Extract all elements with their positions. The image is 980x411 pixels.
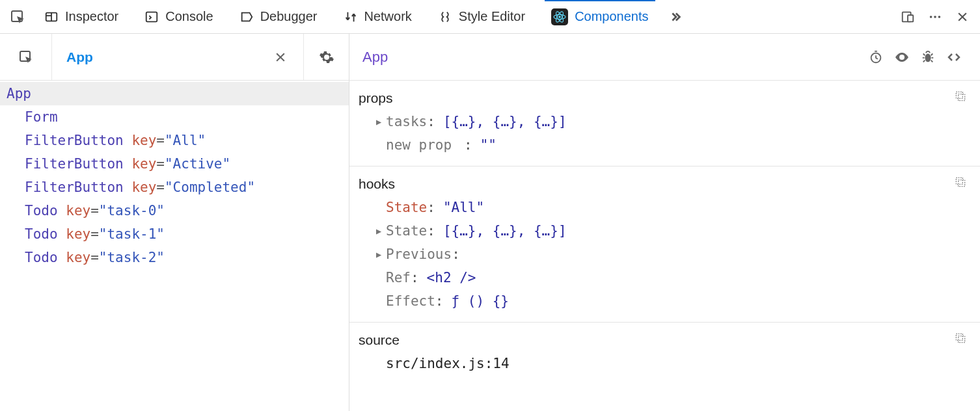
copy-hooks-icon[interactable] xyxy=(954,176,967,192)
hooks-section: hooks ▸ State: "All" ▸ State: [{…}, {…},… xyxy=(349,166,980,323)
attr-value: "Active" xyxy=(165,156,230,172)
kebab-menu-icon[interactable] xyxy=(923,5,947,29)
equals-sign: = xyxy=(156,156,165,172)
component-tree-pane: App AppFormFilterButton key="All"FilterB… xyxy=(0,34,349,411)
hook-key: Effect xyxy=(386,289,435,313)
hook-ref-row[interactable]: ▸ Ref: <h2 /> xyxy=(349,266,980,289)
component-name: Todo xyxy=(25,203,58,219)
tree-search-value: App xyxy=(66,49,93,64)
attr-key: key xyxy=(131,133,156,148)
caret-right-icon[interactable]: ▸ xyxy=(372,219,386,243)
inspect-dom-icon[interactable] xyxy=(889,44,915,70)
tab-debugger-label: Debugger xyxy=(260,9,318,24)
hook-value: <h2 /> xyxy=(427,266,476,289)
hook-effect-row[interactable]: ▸ Effect: ƒ () {} xyxy=(349,289,980,313)
new-prop-row[interactable]: ▸ : "" xyxy=(349,133,980,157)
equals-sign: = xyxy=(90,226,99,242)
hook-key: State xyxy=(386,196,427,219)
tree-toolbar: App xyxy=(0,34,349,81)
new-prop-input[interactable] xyxy=(386,133,464,157)
component-name: Form xyxy=(25,109,58,125)
svg-rect-23 xyxy=(956,178,962,184)
responsive-mode-icon[interactable] xyxy=(895,5,920,29)
prop-value: [{…}, {…}, {…}] xyxy=(443,110,567,133)
tree-node[interactable]: FilterButton key="Completed" xyxy=(0,176,349,199)
component-name: FilterButton xyxy=(25,179,124,195)
hook-state2-row[interactable]: ▸ State: [{…}, {…}, {…}] xyxy=(349,219,980,243)
tab-components[interactable]: Components xyxy=(539,0,660,33)
overflow-tabs-icon[interactable] xyxy=(663,5,688,29)
attr-value: "task-2" xyxy=(99,250,165,265)
svg-point-12 xyxy=(934,16,936,18)
tree-search-input[interactable]: App xyxy=(52,49,258,65)
prop-key: tasks xyxy=(386,110,427,133)
attr-key: key xyxy=(66,203,90,219)
svg-rect-21 xyxy=(956,92,962,98)
hooks-label: hooks xyxy=(359,176,395,192)
react-logo-icon xyxy=(551,8,568,25)
tree-node[interactable]: Todo key="task-2" xyxy=(0,246,349,269)
component-details-pane: App props xyxy=(349,34,980,411)
props-section: props ▸ tasks: [{…}, {…}, {…}] ▸ : "" xyxy=(349,81,980,166)
attr-key: key xyxy=(131,156,156,172)
hook-value: ƒ () {} xyxy=(452,289,510,313)
tree-node[interactable]: Todo key="task-1" xyxy=(0,222,349,246)
svg-rect-22 xyxy=(959,94,965,101)
tree-node[interactable]: App xyxy=(0,82,349,105)
element-picker-icon[interactable] xyxy=(0,34,52,80)
clear-search-icon[interactable] xyxy=(258,34,303,80)
tab-console[interactable]: Console xyxy=(133,0,225,33)
tab-debugger[interactable]: Debugger xyxy=(228,0,329,33)
source-location[interactable]: src/index.js:14 xyxy=(349,352,980,375)
equals-sign: = xyxy=(156,133,165,148)
pick-element-icon[interactable] xyxy=(5,5,30,29)
svg-rect-26 xyxy=(959,336,965,343)
prop-tasks-row[interactable]: ▸ tasks: [{…}, {…}, {…}] xyxy=(349,110,980,133)
tree-node[interactable]: FilterButton key="Active" xyxy=(0,152,349,176)
caret-right-icon[interactable]: ▸ xyxy=(372,110,386,133)
component-name: FilterButton xyxy=(25,133,124,148)
hook-previous-row[interactable]: ▸ Previous: xyxy=(349,243,980,266)
svg-rect-24 xyxy=(959,180,965,187)
copy-props-icon[interactable] xyxy=(954,90,967,106)
tab-inspector[interactable]: Inspector xyxy=(33,0,130,33)
svg-rect-10 xyxy=(908,15,913,21)
tree-node[interactable]: Form xyxy=(0,105,349,129)
svg-rect-4 xyxy=(146,12,157,21)
hook-state1-row[interactable]: ▸ State: "All" xyxy=(349,196,980,219)
component-name: App xyxy=(7,86,31,101)
attr-value: "task-1" xyxy=(99,226,165,242)
tab-network[interactable]: Network xyxy=(332,0,424,33)
equals-sign: = xyxy=(90,203,99,219)
devtools-tabbar: Inspector Console Debugger Network Style… xyxy=(0,0,980,34)
component-name: Todo xyxy=(25,226,58,242)
tab-style-editor-label: Style Editor xyxy=(459,9,525,24)
attr-key: key xyxy=(131,179,156,195)
svg-point-5 xyxy=(558,16,561,18)
copy-source-icon[interactable] xyxy=(954,332,967,348)
props-label: props xyxy=(359,90,393,106)
tab-components-label: Components xyxy=(575,9,648,24)
caret-right-icon[interactable]: ▸ xyxy=(372,243,386,266)
suspend-icon[interactable] xyxy=(863,44,889,70)
close-devtools-icon[interactable] xyxy=(950,5,975,29)
hook-key: Previous xyxy=(386,243,452,266)
tab-inspector-label: Inspector xyxy=(65,9,118,24)
tree-settings-icon[interactable] xyxy=(303,34,349,80)
component-name: FilterButton xyxy=(25,156,124,172)
debug-icon[interactable] xyxy=(915,44,941,70)
react-devtools-body: App AppFormFilterButton key="All"FilterB… xyxy=(0,34,980,411)
view-source-icon[interactable] xyxy=(941,44,967,70)
attr-value: "task-0" xyxy=(99,203,165,219)
svg-point-11 xyxy=(930,16,932,18)
component-tree: AppFormFilterButton key="All"FilterButto… xyxy=(0,81,349,269)
tree-node[interactable]: Todo key="task-0" xyxy=(0,199,349,222)
tree-node[interactable]: FilterButton key="All" xyxy=(0,129,349,152)
tab-network-label: Network xyxy=(364,9,412,24)
svg-point-20 xyxy=(925,53,931,62)
tab-style-editor[interactable]: Style Editor xyxy=(426,0,537,33)
attr-key: key xyxy=(66,226,90,242)
attr-value: "Completed" xyxy=(165,179,255,195)
hook-value: "All" xyxy=(443,196,484,219)
equals-sign: = xyxy=(90,250,99,265)
